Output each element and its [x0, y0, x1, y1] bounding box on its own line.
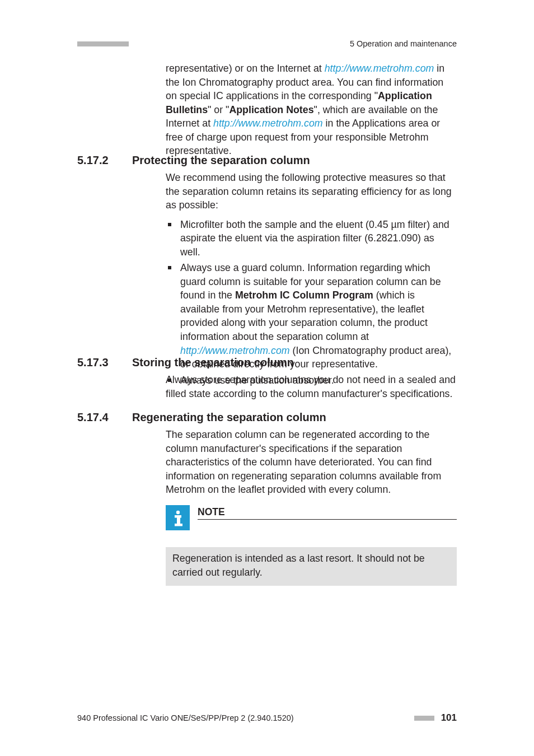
- section-5-17-4-p1: The separation column can be regenerated…: [166, 428, 457, 497]
- page-footer: 940 Professional IC Vario ONE/SeS/PP/Pre…: [77, 712, 457, 724]
- intro-link-2[interactable]: http://www.metrohm.com: [213, 118, 323, 129]
- header-decor-bars: [77, 41, 129, 46]
- section-title: Storing the separation column: [132, 356, 294, 369]
- note-body: Regeneration is intended as a last resor…: [166, 547, 457, 586]
- section-heading-5-17-3: 5.17.3 Storing the separation column: [77, 356, 457, 369]
- svg-rect-2: [177, 515, 180, 524]
- page-header: 5 Operation and maintenance: [77, 38, 457, 49]
- footer-decor-bars: [414, 716, 434, 721]
- svg-rect-3: [175, 524, 182, 526]
- note-title: NOTE: [198, 506, 457, 520]
- section-number: 5.17.4: [77, 411, 118, 424]
- section-5-17-4-body: The separation column can be regenerated…: [166, 428, 457, 497]
- svg-point-0: [176, 510, 179, 514]
- li1-text: Microfilter both the sample and the elue…: [180, 219, 449, 258]
- footer-page-number: 101: [441, 712, 457, 724]
- list-item: Microfilter both the sample and the elue…: [180, 218, 457, 259]
- intro-text-3: " or ": [208, 104, 229, 115]
- section-5-17-2-p1: We recommend using the following protect…: [166, 171, 457, 212]
- intro-bold-2: Application Notes: [229, 104, 313, 115]
- intro-link-1[interactable]: http://www.metrohm.com: [325, 63, 434, 74]
- section-title: Protecting the separation column: [132, 154, 310, 167]
- footer-doc-title: 940 Professional IC Vario ONE/SeS/PP/Pre…: [77, 713, 294, 722]
- li2-link[interactable]: http://www.metrohm.com: [180, 345, 290, 356]
- section-5-17-3-body: Always store separation columns you do n…: [166, 373, 457, 400]
- section-5-17-3-p1: Always store separation columns you do n…: [166, 373, 457, 400]
- section-number: 5.17.3: [77, 356, 118, 369]
- info-icon: [166, 505, 190, 530]
- section-title: Regenerating the separation column: [132, 411, 326, 424]
- intro-paragraph: representative) or on the Internet at ht…: [166, 62, 457, 158]
- list-item: Always use a guard column. Information r…: [180, 261, 457, 371]
- section-number: 5.17.2: [77, 154, 118, 167]
- note-block: NOTE Regeneration is intended as a last …: [166, 505, 457, 586]
- header-chapter-label: 5 Operation and maintenance: [350, 39, 457, 48]
- li2-bold: Metrohm IC Column Program: [235, 290, 373, 301]
- intro-text-1: representative) or on the Internet at: [166, 63, 325, 74]
- section-heading-5-17-4: 5.17.4 Regenerating the separation colum…: [77, 411, 457, 424]
- section-heading-5-17-2: 5.17.2 Protecting the separation column: [77, 154, 457, 167]
